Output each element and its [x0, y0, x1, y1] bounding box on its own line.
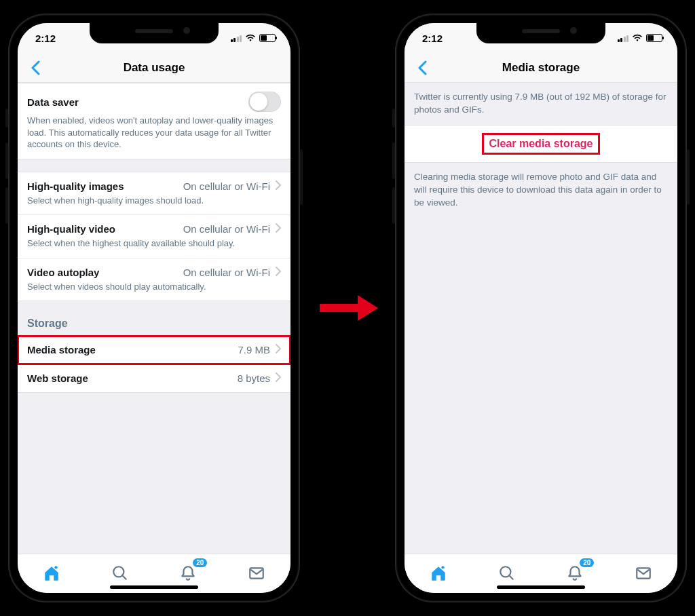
wifi-icon	[245, 34, 256, 42]
chevron-right-icon	[276, 267, 281, 278]
hq-video-label: High-quality video	[27, 223, 115, 235]
video-autoplay-value: On cellular or Wi-Fi	[183, 267, 270, 278]
hq-images-label: High-quality images	[27, 180, 124, 192]
video-autoplay-row[interactable]: Video autoplay On cellular or Wi-Fi Sele…	[18, 258, 290, 301]
home-indicator	[110, 585, 198, 589]
data-saver-desc: When enabled, videos won't autoplay and …	[27, 115, 281, 151]
page-title: Media storage	[502, 61, 580, 75]
video-autoplay-label: Video autoplay	[27, 267, 99, 278]
tab-search[interactable]	[107, 560, 134, 587]
battery-icon	[646, 34, 662, 42]
video-autoplay-desc: Select when videos should play automatic…	[27, 281, 281, 293]
hq-video-value: On cellular or Wi-Fi	[183, 223, 270, 235]
hq-images-row[interactable]: High-quality images On cellular or Wi-Fi…	[18, 172, 290, 216]
nav-bar: Media storage	[405, 53, 677, 83]
web-storage-label: Web storage	[27, 372, 88, 384]
chevron-right-icon	[276, 180, 281, 192]
data-saver-label: Data saver	[27, 96, 79, 108]
hq-images-value: On cellular or Wi-Fi	[183, 180, 270, 192]
tab-notifications[interactable]: 20	[561, 560, 588, 587]
back-button[interactable]	[23, 53, 48, 82]
data-saver-row[interactable]: Data saver When enabled, videos won't au…	[18, 83, 290, 159]
nav-bar: Data usage	[18, 53, 290, 83]
clear-media-storage-label: Clear media storage	[484, 135, 599, 153]
tab-home[interactable]	[425, 560, 452, 587]
hq-video-desc: Select when the highest quality availabl…	[27, 237, 281, 250]
notifications-badge: 20	[193, 558, 207, 567]
web-storage-value: 8 bytes	[238, 372, 270, 384]
chevron-right-icon	[276, 223, 281, 235]
storage-section-header: Storage	[18, 301, 290, 335]
svg-point-0	[55, 566, 58, 569]
media-storage-info: Twitter is currently using 7.9 MB (out o…	[405, 83, 677, 125]
phone-frame-right: 2:12 Media storage Twitter is currently …	[395, 14, 687, 602]
web-storage-row[interactable]: Web storage 8 bytes	[18, 364, 290, 392]
cellular-signal-icon	[231, 35, 242, 42]
back-button[interactable]	[410, 53, 434, 82]
home-indicator	[497, 585, 585, 589]
hq-video-row[interactable]: High-quality video On cellular or Wi-Fi …	[18, 215, 290, 258]
status-time: 2:12	[422, 33, 443, 44]
tab-messages[interactable]	[630, 560, 657, 587]
clear-media-storage-button[interactable]: Clear media storage	[405, 125, 677, 163]
tab-notifications[interactable]: 20	[174, 560, 202, 587]
media-storage-value: 7.9 MB	[238, 344, 270, 355]
svg-marker-4	[358, 295, 378, 321]
notch	[476, 23, 605, 43]
arrow-right-icon	[307, 291, 388, 325]
hq-images-desc: Select when high-quality images should l…	[27, 195, 281, 207]
cellular-signal-icon	[618, 35, 629, 42]
tab-messages[interactable]	[243, 560, 270, 587]
chevron-right-icon	[276, 372, 281, 384]
media-storage-row[interactable]: Media storage 7.9 MB	[18, 336, 290, 364]
tab-home[interactable]	[38, 560, 65, 587]
media-storage-label: Media storage	[27, 344, 96, 355]
battery-icon	[259, 34, 276, 42]
wifi-icon	[632, 34, 643, 42]
chevron-right-icon	[276, 344, 281, 355]
data-saver-toggle[interactable]	[248, 92, 281, 112]
phone-frame-left: 2:12 Data usage	[8, 14, 300, 602]
svg-point-5	[442, 566, 445, 569]
notch	[90, 23, 219, 43]
status-time: 2:12	[35, 33, 56, 44]
media-storage-warning: Clearing media storage will remove photo…	[405, 163, 677, 218]
notifications-badge: 20	[580, 558, 594, 567]
tab-search[interactable]	[493, 560, 521, 587]
page-title: Data usage	[124, 61, 185, 75]
